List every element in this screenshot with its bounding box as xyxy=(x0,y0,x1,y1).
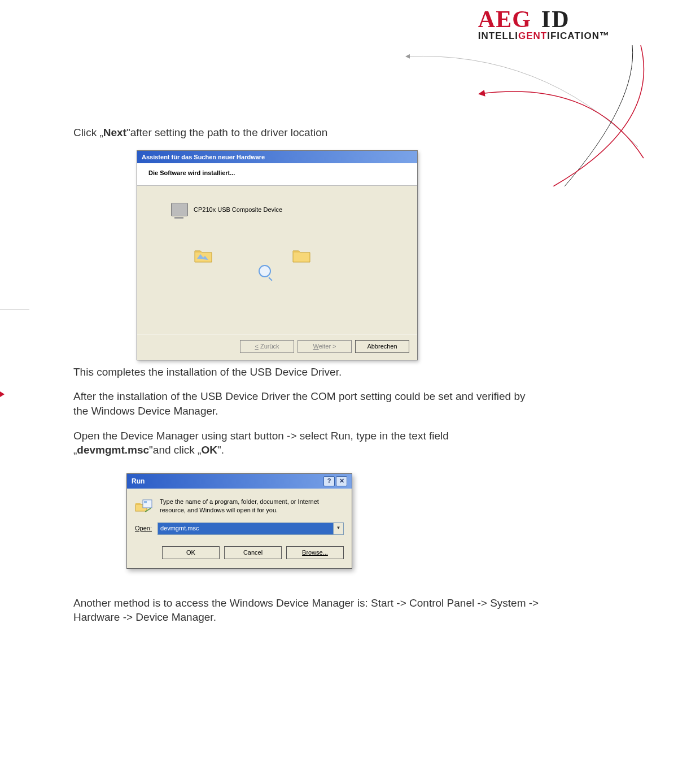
logo-aeg: AEG xyxy=(478,6,531,33)
intro-bold-next: Next xyxy=(103,127,126,138)
svg-rect-3 xyxy=(144,501,147,503)
intro-text-a: Click „ xyxy=(73,127,103,138)
p3c: "and click „ xyxy=(149,444,201,456)
run-dialog: Run ? ✕ Type the name of a program, fold… xyxy=(126,473,352,569)
next-button[interactable]: Weiter > xyxy=(298,340,352,353)
logo-tm: ™ xyxy=(600,31,610,41)
open-combobox[interactable]: devmgmt.msc ▼ xyxy=(158,522,344,535)
open-input[interactable]: devmgmt.msc xyxy=(158,523,333,534)
logo-id: ID xyxy=(541,6,570,33)
folder-row xyxy=(194,247,400,263)
logo-subtitle: INTELLIGENTIFICATION™ xyxy=(478,31,610,42)
back-button[interactable]: < Zurück xyxy=(240,340,294,353)
run-title-text: Run xyxy=(132,477,145,486)
p3e: ". xyxy=(217,444,224,456)
hardware-wizard-dialog: Assistent für das Suchen neuer Hardware … xyxy=(137,150,418,360)
device-label: CP210x USB Composite Device xyxy=(194,206,282,214)
device-icon xyxy=(171,203,188,216)
final-paragraph: Another method is to access the Windows … xyxy=(73,596,542,625)
wizard-header-text: Die Software wird installiert... xyxy=(137,163,417,186)
run-description: Type the name of a program, folder, docu… xyxy=(160,498,344,516)
run-app-icon xyxy=(135,498,153,516)
chevron-down-icon[interactable]: ▼ xyxy=(333,523,343,534)
after-wizard-text: This completes the installation of the U… xyxy=(73,365,542,380)
wizard-titlebar: Assistent für das Suchen neuer Hardware xyxy=(137,151,417,164)
intro-paragraph: Click „Next"after setting the path to th… xyxy=(73,125,542,140)
p3b: devmgmt.msc xyxy=(77,444,149,456)
brand-logo: AEG ID INTELLIGENTIFICATION™ xyxy=(478,6,610,42)
document-content: Click „Next"after setting the path to th… xyxy=(73,125,542,635)
svg-rect-1 xyxy=(135,503,141,505)
folder-source-icon xyxy=(194,247,213,263)
side-red-marker xyxy=(0,391,5,397)
p3d: OK xyxy=(201,444,217,456)
logo-sub-mid: GENT xyxy=(518,31,547,41)
help-icon[interactable]: ? xyxy=(323,476,335,486)
side-gray-line xyxy=(0,310,29,310)
run-titlebar-buttons: ? ✕ xyxy=(323,476,347,486)
folder-dest-icon xyxy=(292,247,311,263)
run-body: Type the name of a program, folder, docu… xyxy=(127,489,352,518)
ok-button[interactable]: OK xyxy=(162,546,220,559)
cancel-button[interactable]: Abbrechen xyxy=(355,340,409,353)
cancel-button[interactable]: Cancel xyxy=(224,546,282,559)
logo-sub-post: IFICATION xyxy=(547,31,600,41)
logo-sub-pre: INTELLI xyxy=(478,31,518,41)
paragraph-3: Open the Device Manager using start butt… xyxy=(73,429,542,458)
close-icon[interactable]: ✕ xyxy=(336,476,347,486)
open-label: Open: xyxy=(135,524,152,533)
run-open-row: Open: devmgmt.msc ▼ xyxy=(127,518,352,538)
wizard-body: CP210x USB Composite Device xyxy=(137,186,417,333)
device-row: CP210x USB Composite Device xyxy=(171,203,400,216)
wizard-footer: < Zurück Weiter > Abbrechen xyxy=(137,334,417,360)
browse-label: Browse... xyxy=(302,549,328,556)
paragraph-2: After the installation of the USB Device… xyxy=(73,389,542,418)
run-footer: OK Cancel Browse... xyxy=(127,538,352,568)
run-titlebar: Run ? ✕ xyxy=(127,474,352,489)
browse-button[interactable]: Browse... xyxy=(286,546,344,559)
intro-text-c: "after setting the path to the driver lo… xyxy=(126,127,327,138)
magnifier-icon xyxy=(259,265,271,277)
